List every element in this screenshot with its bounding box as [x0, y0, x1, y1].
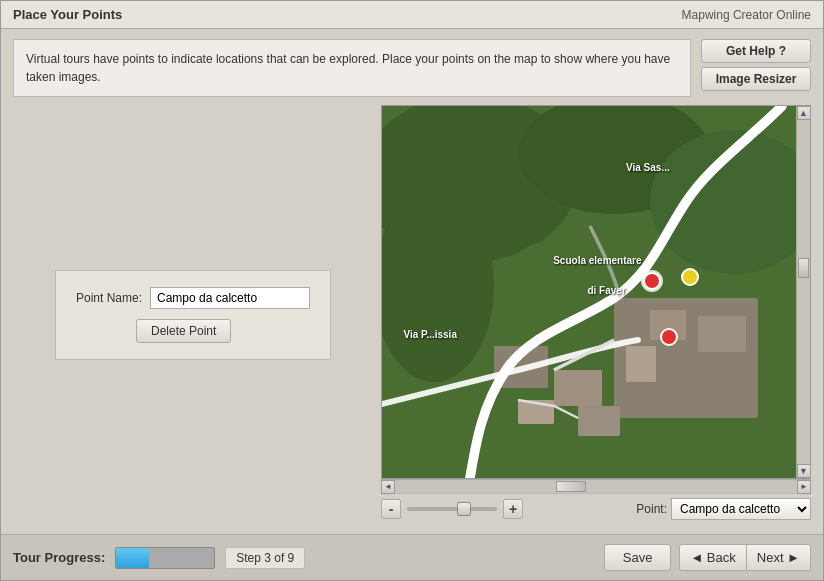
- point-select[interactable]: Campo da calcetto: [671, 498, 811, 520]
- scroll-thumb-vertical[interactable]: [798, 258, 809, 278]
- scroll-right-button[interactable]: ►: [797, 480, 811, 494]
- tour-progress-label: Tour Progress:: [13, 550, 105, 565]
- scroll-track-horizontal: [395, 480, 797, 493]
- point-selector-label: Point: Campo da calcetto: [636, 498, 811, 520]
- zoom-slider-thumb[interactable]: [457, 502, 471, 516]
- title-bar: Place Your Points Mapwing Creator Online: [1, 1, 823, 29]
- map-scrollbar-horizontal[interactable]: ◄ ►: [381, 479, 811, 493]
- scroll-track-vertical: [797, 120, 810, 464]
- instructions-box: Virtual tours have points to indicate lo…: [13, 39, 691, 97]
- map-marker-3[interactable]: [660, 328, 678, 346]
- left-panel: Point Name: Delete Point: [13, 105, 373, 524]
- main-content: Virtual tours have points to indicate lo…: [1, 29, 823, 534]
- scroll-thumb-horizontal[interactable]: [556, 481, 586, 492]
- back-button[interactable]: ◄ Back: [680, 545, 746, 570]
- progress-bar-fill: [116, 548, 148, 568]
- map-container: Via Sas... Scuola elementare di Faver Vi…: [381, 105, 811, 524]
- image-resizer-button[interactable]: Image Resizer: [701, 67, 811, 91]
- next-button[interactable]: Next ►: [747, 545, 810, 570]
- page-title: Place Your Points: [13, 7, 122, 22]
- svg-rect-9: [662, 352, 722, 394]
- app-window: Place Your Points Mapwing Creator Online…: [0, 0, 824, 581]
- map-scrollbar-vertical[interactable]: ▲ ▼: [796, 106, 810, 478]
- map-background: [382, 106, 810, 478]
- delete-point-button[interactable]: Delete Point: [136, 319, 231, 343]
- scroll-down-button[interactable]: ▼: [797, 464, 811, 478]
- map-viewport[interactable]: Via Sas... Scuola elementare di Faver Vi…: [381, 105, 811, 479]
- top-section: Virtual tours have points to indicate lo…: [13, 39, 811, 97]
- nav-group: ◄ Back Next ►: [679, 544, 811, 571]
- step-label: Step 3 of 9: [225, 547, 305, 569]
- point-name-label: Point Name:: [76, 291, 142, 305]
- instructions-text: Virtual tours have points to indicate lo…: [26, 52, 670, 84]
- svg-rect-12: [578, 406, 620, 436]
- scroll-up-button[interactable]: ▲: [797, 106, 811, 120]
- point-name-input[interactable]: [150, 287, 310, 309]
- point-name-row: Point Name:: [76, 287, 310, 309]
- middle-section: Point Name: Delete Point: [13, 105, 811, 524]
- scroll-left-button[interactable]: ◄: [381, 480, 395, 494]
- progress-bar-container: [115, 547, 215, 569]
- point-text: Point:: [636, 502, 667, 516]
- svg-rect-11: [554, 370, 602, 406]
- point-form: Point Name: Delete Point: [55, 270, 331, 360]
- svg-rect-10: [626, 346, 656, 382]
- svg-rect-8: [698, 316, 746, 352]
- app-name: Mapwing Creator Online: [682, 8, 811, 22]
- bottom-right-buttons: Save ◄ Back Next ►: [604, 544, 811, 571]
- get-help-button[interactable]: Get Help ?: [701, 39, 811, 63]
- zoom-slider-track: [407, 507, 497, 511]
- help-buttons: Get Help ? Image Resizer: [701, 39, 811, 91]
- save-button[interactable]: Save: [604, 544, 672, 571]
- zoom-in-button[interactable]: +: [503, 499, 523, 519]
- zoom-out-button[interactable]: -: [381, 499, 401, 519]
- bottom-bar: Tour Progress: Step 3 of 9 Save ◄ Back N…: [1, 534, 823, 580]
- zoom-row: - + Point: Campo da calcetto: [381, 493, 811, 524]
- map-marker-1[interactable]: [643, 272, 661, 290]
